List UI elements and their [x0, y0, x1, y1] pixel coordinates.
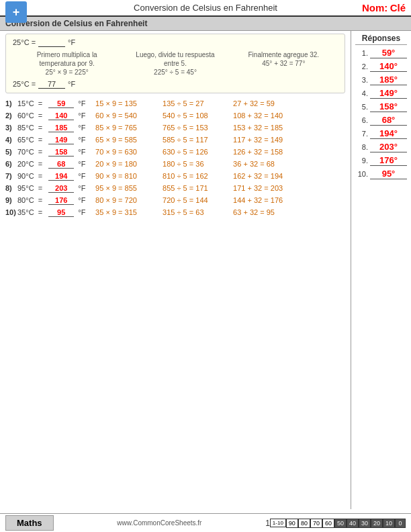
problem-step1: 95 × 9 = 855	[91, 184, 158, 192]
problem-step1: 35 × 9 = 315	[91, 208, 158, 216]
reponse-num: 6.	[355, 116, 370, 124]
score-10: 10	[383, 519, 395, 528]
reponse-item-7: 7. 194°	[355, 128, 407, 139]
problem-celsius: 15°C = 59 °F	[17, 99, 91, 108]
problem-step1: 20 × 9 = 180	[91, 160, 158, 168]
problem-step2: 585 ÷ 5 = 117	[158, 136, 229, 144]
example-step1: Primero multiplica la temperatura por 9.…	[13, 50, 121, 77]
problem-row-1: 1) 15°C = 59 °F 15 × 9 = 135 135 ÷ 5 = 2…	[5, 99, 345, 109]
problem-celsius: 80°C = 176 °F	[17, 196, 91, 205]
problem-num: 5)	[5, 148, 17, 156]
problem-row-4: 4) 65°C = 149 °F 65 × 9 = 585 585 ÷ 5 = …	[5, 135, 345, 145]
example-bottom-left: 25°C =	[13, 80, 36, 88]
problem-ans: 194	[48, 172, 74, 181]
example-bottom-ans: 77	[38, 80, 65, 89]
problem-step1: 85 × 9 = 765	[91, 124, 158, 132]
reponse-val: 194°	[370, 128, 407, 139]
score-40: 40	[347, 519, 359, 528]
right-panel: Réponses 1. 59° 2. 140° 3. 185° 4. 149° …	[351, 31, 411, 509]
reponse-val: 95°	[370, 169, 407, 179]
header: + Conversion de Celsius en Fahrenheit No…	[0, 0, 411, 17]
problem-step2: 855 ÷ 5 = 171	[158, 184, 229, 192]
score-60: 60	[322, 519, 334, 528]
reponse-item-1: 1. 59°	[355, 48, 407, 58]
problem-celsius: 20°C = 68 °F	[17, 160, 91, 169]
problem-ans: 95	[48, 208, 74, 217]
score-80: 80	[298, 519, 310, 528]
reponse-num: 5.	[355, 103, 370, 111]
reponses-title: Réponses	[355, 34, 407, 45]
problem-num: 3)	[5, 124, 17, 132]
problem-celsius: 60°C = 140 °F	[17, 112, 91, 120]
reponse-item-4: 4. 149°	[355, 88, 407, 99]
footer-page: 1	[265, 519, 270, 528]
score-1-10: 1-10	[270, 519, 286, 527]
problem-step1: 65 × 9 = 585	[91, 136, 158, 144]
reponses-container: 1. 59° 2. 140° 3. 185° 4. 149° 5. 158°	[355, 48, 407, 179]
reponse-num: 4.	[355, 89, 370, 97]
left-content: 25°C = °F Primero multiplica la temperat…	[0, 31, 351, 509]
problem-step2: 135 ÷ 5 = 27	[158, 99, 229, 107]
problem-step3: 36 + 32 = 68	[229, 160, 310, 168]
problem-step2: 630 ÷ 5 = 126	[158, 148, 229, 156]
problem-ans: 140	[48, 112, 74, 120]
problem-num: 1)	[5, 99, 17, 107]
reponse-item-3: 3. 185°	[355, 75, 407, 85]
example-box: 25°C = °F Primero multiplica la temperat…	[5, 34, 345, 93]
problem-step2: 315 ÷ 5 = 63	[158, 208, 229, 216]
reponse-val: 59°	[370, 48, 407, 58]
problem-step3: 171 + 32 = 203	[229, 184, 310, 192]
header-nom: Nom: Clé	[362, 2, 406, 13]
reponse-num: 10.	[355, 170, 370, 178]
reponse-num: 7.	[355, 130, 370, 138]
reponse-item-2: 2. 140°	[355, 61, 407, 72]
problem-step2: 765 ÷ 5 = 153	[158, 124, 229, 132]
reponse-val: 149°	[370, 88, 407, 99]
problem-row-9: 9) 80°C = 176 °F 80 × 9 = 720 720 ÷ 5 = …	[5, 195, 345, 206]
score-50: 50	[334, 519, 347, 528]
reponse-val: 140°	[370, 61, 407, 72]
footer-score: 1-10 90 80 70 60 50 40 30 20 10 0	[270, 519, 406, 528]
problem-step2: 540 ÷ 5 = 108	[158, 112, 229, 120]
problem-step2: 720 ÷ 5 = 144	[158, 196, 229, 204]
reponse-item-6: 6. 68°	[355, 115, 407, 126]
score-30: 30	[359, 519, 371, 528]
problem-ans: 176	[48, 196, 74, 205]
reponse-num: 9.	[355, 157, 370, 165]
example-bottom-right: °F	[68, 80, 75, 88]
footer-maths-label: Maths	[5, 515, 54, 531]
problem-row-3: 3) 85°C = 185 °F 85 × 9 = 765 765 ÷ 5 = …	[5, 123, 345, 133]
reponse-item-5: 5. 158°	[355, 101, 407, 112]
problem-step3: 162 + 32 = 194	[229, 172, 310, 180]
reponse-val: 185°	[370, 75, 407, 85]
problem-step2: 810 ÷ 5 = 162	[158, 172, 229, 180]
problem-num: 4)	[5, 136, 17, 144]
score-20: 20	[371, 519, 383, 528]
reponse-item-8: 8. 203°	[355, 142, 407, 152]
problem-row-10: 10) 35°C = 95 °F 35 × 9 = 315 315 ÷ 5 = …	[5, 208, 345, 218]
problem-step3: 117 + 32 = 149	[229, 136, 310, 144]
score-90: 90	[286, 519, 298, 528]
problem-celsius: 95°C = 203 °F	[17, 184, 91, 193]
logo-icon: +	[5, 1, 27, 23]
problem-num: 9)	[5, 196, 17, 204]
main-content: 25°C = °F Primero multiplica la temperat…	[0, 31, 411, 509]
problem-step2: 180 ÷ 5 = 36	[158, 160, 229, 168]
problem-step1: 90 × 9 = 810	[91, 172, 158, 180]
problem-ans: 203	[48, 184, 74, 193]
problem-celsius: 35°C = 95 °F	[17, 208, 91, 217]
score-70: 70	[310, 519, 322, 528]
problem-celsius: 65°C = 149 °F	[17, 136, 91, 144]
page-title: Conversion de Celsius en Fahrenheit	[0, 17, 411, 31]
example-top-right: °F	[68, 38, 75, 46]
problem-row-5: 5) 70°C = 158 °F 70 × 9 = 630 630 ÷ 5 = …	[5, 147, 345, 157]
problem-step3: 144 + 32 = 176	[229, 196, 310, 204]
reponse-item-9: 9. 176°	[355, 155, 407, 166]
reponse-num: 2.	[355, 62, 370, 71]
problem-ans: 68	[48, 160, 74, 169]
problem-num: 7)	[5, 172, 17, 180]
problem-step1: 80 × 9 = 720	[91, 196, 158, 204]
problem-step3: 27 + 32 = 59	[229, 99, 310, 107]
reponse-val: 68°	[370, 115, 407, 126]
footer-url: www.CommonCoreSheets.fr	[54, 519, 266, 527]
